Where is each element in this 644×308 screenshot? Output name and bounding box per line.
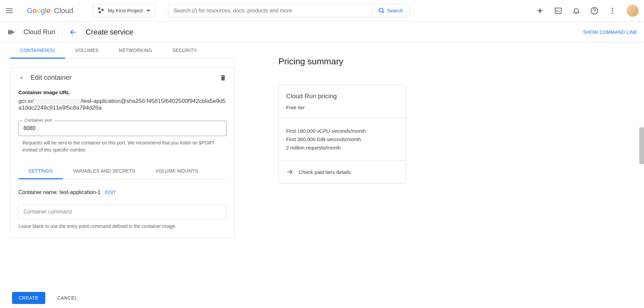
project-icon	[98, 7, 105, 14]
cloud-run-icon	[7, 27, 17, 38]
container-command-input[interactable]	[18, 204, 226, 220]
cloud-shell-icon[interactable]	[554, 7, 562, 15]
svg-rect-2	[555, 8, 561, 13]
google-cloud-logo[interactable]: Google Cloud	[27, 6, 73, 15]
pricing-card-title: Cloud Run pricing	[286, 93, 398, 100]
pricing-line: First 360,000 GiB-seconds/month	[286, 136, 398, 142]
user-avatar[interactable]	[627, 5, 639, 17]
search-input[interactable]	[168, 8, 372, 14]
subtab-settings[interactable]: SETTINGS	[18, 164, 63, 179]
sub-tabs: SETTINGS VARIABLES AND SECRETS VOLUME MO…	[18, 164, 226, 179]
edit-container-panel: Edit container Container image URL gcr.i…	[10, 67, 235, 238]
pricing-lines: First 180,000 vCPU-seconds/month First 3…	[279, 118, 406, 161]
tab-networking[interactable]: NETWORKING	[109, 43, 162, 58]
subtab-variables[interactable]: VARIABLES AND SECRETS	[63, 164, 145, 179]
image-url-value: gcr.io//test-application@sha256:f45815f6…	[18, 98, 226, 111]
container-port-label: Container port	[22, 118, 54, 123]
right-column: Pricing summary Cloud Run pricing Free t…	[235, 43, 644, 287]
paid-tiers-link[interactable]: Check paid tiers details	[279, 161, 406, 183]
panel-header: Edit container	[18, 74, 226, 81]
svg-point-4	[594, 12, 595, 13]
chevron-down-icon	[146, 10, 150, 12]
pricing-heading: Pricing summary	[278, 56, 644, 67]
redacted-project-id	[34, 99, 80, 104]
cancel-button[interactable]: CANCEL	[57, 295, 77, 301]
edit-container-name-link[interactable]: EDIT	[105, 190, 116, 195]
container-command-field	[18, 204, 226, 220]
main-content: CONTAINER(S) VOLUMES NETWORKING SECURITY…	[0, 43, 644, 287]
search-button-label: Search	[387, 8, 403, 13]
pricing-card: Cloud Run pricing Free tier First 180,00…	[278, 85, 406, 183]
footer-actions: CREATE CANCEL	[0, 287, 644, 308]
pricing-card-header: Cloud Run pricing Free tier	[279, 85, 406, 118]
container-port-field: Container port	[18, 121, 226, 136]
hamburger-menu-icon[interactable]	[5, 7, 13, 15]
divider	[62, 27, 62, 38]
search-icon	[378, 7, 385, 14]
image-url-prefix: gcr.io/	[18, 98, 34, 104]
subtab-volume-mounts[interactable]: VOLUME MOUNTS	[145, 164, 208, 179]
tab-volumes[interactable]: VOLUMES	[65, 43, 109, 58]
panel-title: Edit container	[31, 74, 71, 81]
svg-line-1	[383, 11, 384, 13]
arrow-right-icon	[286, 168, 293, 176]
top-bar: Google Cloud My First Project Search	[0, 0, 644, 21]
container-port-help: Requests will be sent to the container o…	[18, 139, 226, 153]
pricing-line: 2 million requests/month	[286, 145, 398, 150]
project-name: My First Project	[108, 8, 143, 13]
svg-point-7	[612, 12, 613, 14]
container-name-row: Container name: test-application-1 EDIT	[18, 189, 226, 195]
container-command-help: Leave blank to use the entry point comma…	[18, 223, 226, 230]
chevron-up-icon[interactable]	[18, 75, 24, 81]
project-picker[interactable]: My First Project	[93, 4, 155, 17]
scrollbar-thumb[interactable]	[639, 127, 644, 164]
product-title: Cloud Run	[23, 28, 55, 36]
tab-security[interactable]: SECURITY	[162, 43, 207, 58]
svg-point-6	[612, 10, 613, 11]
top-icons	[536, 5, 639, 17]
image-url-label: Container image URL	[18, 89, 226, 95]
main-tabs: CONTAINER(S) VOLUMES NETWORKING SECURITY	[10, 43, 235, 59]
paid-tiers-label: Check paid tiers details	[299, 169, 351, 175]
help-icon[interactable]	[590, 7, 598, 15]
gemini-icon[interactable]	[536, 7, 544, 15]
tab-containers[interactable]: CONTAINER(S)	[10, 43, 65, 59]
pricing-tier: Free tier	[286, 105, 398, 110]
container-name-label: Container name:	[18, 189, 58, 195]
back-arrow-icon[interactable]	[69, 28, 77, 36]
sub-header: Cloud Run Create service SHOW COMMAND LI…	[0, 21, 644, 43]
create-button[interactable]: CREATE	[12, 292, 45, 304]
container-name-value: test-application-1	[60, 189, 101, 195]
show-command-line-link[interactable]: SHOW COMMAND LINE	[583, 29, 637, 35]
pricing-line: First 180,000 vCPU-seconds/month	[286, 128, 398, 134]
notifications-icon[interactable]	[572, 7, 580, 15]
page-title: Create service	[86, 28, 133, 37]
svg-point-5	[612, 8, 613, 9]
svg-point-0	[379, 8, 383, 12]
search-button[interactable]: Search	[372, 4, 409, 17]
more-vert-icon[interactable]	[608, 7, 616, 15]
left-column: CONTAINER(S) VOLUMES NETWORKING SECURITY…	[0, 43, 235, 287]
delete-icon[interactable]	[220, 74, 226, 81]
search-box: Search	[168, 4, 410, 17]
container-port-input[interactable]	[18, 121, 226, 136]
